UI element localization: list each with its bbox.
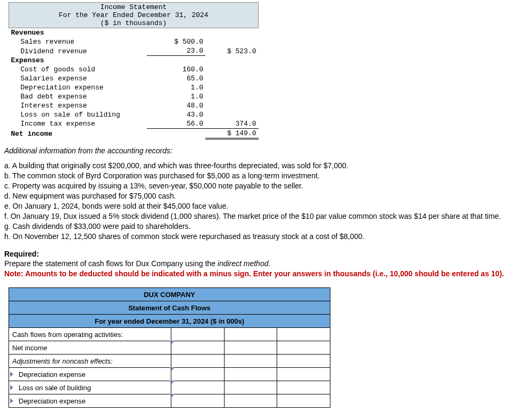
dividend-revenue-label: Dividend revenue: [9, 46, 147, 56]
input-cell[interactable]: [224, 394, 277, 408]
net-income-value: $ 149.0: [205, 128, 259, 138]
input-cell[interactable]: [171, 328, 225, 341]
input-cell[interactable]: [171, 355, 225, 368]
row-depreciation-1[interactable]: Depreciation expense: [9, 368, 171, 381]
depreciation-label: Depreciation expense: [9, 83, 147, 92]
revenues-header: Revenues: [9, 28, 147, 38]
answer-hdr-period: For year ended December 31, 2024 ($ in 0…: [9, 315, 330, 328]
input-cell[interactable]: [277, 341, 330, 355]
dividend-revenue-value: 23.0: [147, 46, 205, 56]
input-cell[interactable]: [277, 355, 330, 368]
info-item-e: e. On January 1, 2024, bonds were sold a…: [4, 201, 506, 211]
salaries-label: Salaries expense: [9, 74, 147, 83]
row-net-income[interactable]: Net income: [9, 341, 171, 355]
row-operating-activities[interactable]: Cash flows from operating activities:: [9, 328, 171, 341]
input-cell[interactable]: [171, 368, 225, 381]
info-item-b: b. The common stock of Byrd Corporation …: [4, 171, 506, 181]
input-cell[interactable]: [171, 341, 225, 355]
income-tax-label: Income tax expense: [9, 119, 147, 129]
info-item-g: g. Cash dividends of $33,000 were paid t…: [4, 221, 506, 232]
required-heading: Required:: [4, 249, 506, 259]
required-line: Prepare the statement of cash flows for …: [4, 259, 506, 269]
info-item-f: f. On January 19, Dux issued a 5% stock …: [4, 211, 506, 221]
revenues-total: $ 523.0: [205, 46, 259, 56]
input-cell[interactable]: [224, 381, 277, 394]
loss-sale-value: 43.0: [147, 110, 205, 119]
bad-debt-label: Bad debt expense: [9, 92, 147, 101]
income-statement-title: Income StatementFor the Year Ended Decem…: [9, 3, 259, 28]
row-adjustments[interactable]: Adjustments for noncash effects:: [9, 355, 171, 368]
info-item-c: c. Property was acquired by issuing a 13…: [4, 181, 506, 191]
input-cell[interactable]: [171, 394, 225, 408]
income-statement-table: Income StatementFor the Year Ended Decem…: [9, 2, 259, 139]
input-cell[interactable]: [277, 368, 330, 381]
input-cell[interactable]: [277, 394, 330, 408]
sales-revenue-value: $ 500.0: [147, 37, 205, 46]
input-cell[interactable]: [277, 328, 330, 341]
required-note: Note: Amounts to be deducted should be i…: [4, 269, 506, 279]
expenses-total: 374.0: [205, 119, 259, 129]
interest-value: 48.0: [147, 101, 205, 110]
sales-revenue-label: Sales revenue: [9, 37, 147, 46]
info-item-h: h. On November 12, 12,500 shares of comm…: [4, 232, 506, 242]
answer-hdr-title: Statement of Cash Flows: [9, 301, 330, 315]
row-loss-sale[interactable]: Loss on sale of building: [9, 381, 171, 394]
salaries-value: 65.0: [147, 74, 205, 83]
input-cell[interactable]: [224, 328, 277, 341]
bad-debt-value: 1.0: [147, 92, 205, 101]
input-cell[interactable]: [277, 381, 330, 394]
interest-label: Interest expense: [9, 101, 147, 110]
input-cell[interactable]: [224, 341, 277, 355]
depreciation-value: 1.0: [147, 83, 205, 92]
expenses-header: Expenses: [9, 56, 147, 65]
cash-flow-answer-table: DUX COMPANY Statement of Cash Flows For …: [9, 287, 330, 408]
input-cell[interactable]: [224, 368, 277, 381]
additional-info-heading: Additional information from the accounti…: [4, 146, 506, 156]
info-item-d: d. New equipment was purchased for $75,0…: [4, 191, 506, 201]
income-tax-value: 56.0: [147, 119, 205, 129]
cogs-label: Cost of goods sold: [9, 65, 147, 74]
answer-hdr-company: DUX COMPANY: [9, 288, 330, 301]
net-income-label: Net income: [9, 128, 147, 138]
loss-sale-label: Loss on sale of building: [9, 110, 147, 119]
input-cell[interactable]: [171, 381, 225, 394]
row-depreciation-2[interactable]: Depreciation expense: [9, 394, 171, 408]
info-item-a: a. A building that originally cost $200,…: [4, 161, 506, 171]
input-cell[interactable]: [224, 355, 277, 368]
additional-info-list: a. A building that originally cost $200,…: [4, 161, 506, 241]
cogs-value: 160.0: [147, 65, 205, 74]
